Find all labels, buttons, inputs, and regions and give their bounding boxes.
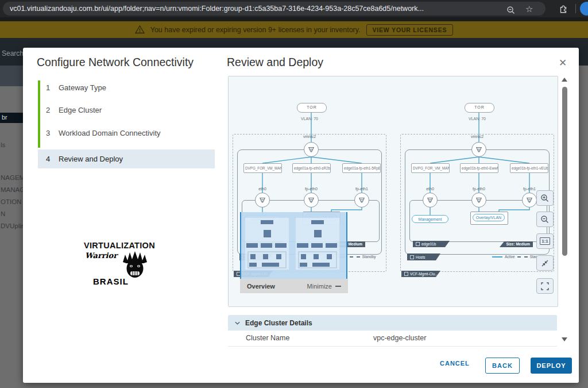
watermark-text: BRASIL [93,276,129,286]
vlan-label: VLAN: 70 [400,117,554,121]
minimize-button[interactable]: Minimize [307,283,341,290]
wizard-step-workload-domain-connectivity[interactable]: 3 Workload Domain Connectivity [46,129,161,137]
step-number: 3 [46,129,51,137]
nic-port-icon [522,193,537,208]
minimize-label: Minimize [307,283,332,290]
address-bar[interactable]: vc01.virtualizandoaju.com.br/ui/app/fold… [3,2,546,16]
tree-item-fragment: MANAG [1,186,23,193]
vmnic-port-icon [471,142,486,157]
tree-item-fragment: NAGEME [1,174,23,181]
deploy-button[interactable]: DEPLOY [531,358,572,374]
cluster-name-value: vpc-edge-cluster [373,334,426,342]
cluster-name: VCF-Mgmt-Clu... [410,272,438,276]
background-search-label: Search [2,49,24,57]
configure-network-connectivity-dialog: Configure Network Connectivity ✕ 1 Gatew… [23,48,579,383]
scrollbar-thumb[interactable] [562,87,567,256]
zoom-in-icon [540,194,550,203]
management-network-pill: Management [412,215,448,223]
zoom-out-button[interactable] [536,212,554,227]
cancel-button[interactable]: CANCEL [440,360,470,367]
view-licenses-button[interactable]: VIEW YOUR LICENSES [366,24,454,36]
watermark-gorilla-image [122,251,148,278]
zoom-out-icon [540,215,550,224]
step-label: Gateway Type [59,83,106,92]
vmnic-port-icon [304,142,319,157]
scroll-down-icon[interactable] [562,337,567,341]
overlay-network-pill: Overlay/VLAN [473,214,505,221]
extensions-icon[interactable] [558,3,568,14]
profile-avatar[interactable] [580,2,588,16]
toolbar-divider [575,4,576,13]
nic-port-icon [471,193,486,208]
host-icon [410,255,414,259]
details-row: Cluster Name vpc-edge-cluster [228,331,557,347]
cluster-name-label: Cluster Name [246,334,289,342]
background-selected-tree-item: br [0,113,23,123]
size-badge: Size: Medium [500,241,533,247]
nic-label: eth0 [413,187,447,191]
hosts-tab: Hosts [407,253,440,260]
edge-node-icon [416,242,420,246]
vmnic-label: vmnic2 [400,135,554,139]
overview-title: Overview [247,283,275,290]
nic-port-icon [255,193,270,208]
portgroup-box: edge01b-fp-eth0-EwwM.. [460,163,498,173]
edge-node-tab: edge01b [413,241,450,247]
actual-size-button[interactable]: 1:1 [536,233,554,249]
vlan-label: VLAN: 70 [233,117,386,121]
tree-item-fragment: DVUplin [1,222,23,229]
overview-minimap[interactable] [240,212,347,279]
close-icon[interactable]: ✕ [559,57,567,69]
portgroup-box: edge01a-fp-eth0-sR2bH.. [292,163,331,173]
tree-item-fragment: N [1,210,23,217]
fit-to-screen-button[interactable] [536,278,554,294]
edge-cluster-details-header[interactable]: Edge Cluster Details [228,315,557,331]
browser-toolbar: vc01.virtualizandoaju.com.br/ui/app/fold… [0,0,588,17]
watermark-text: VIRTUALIZATION [84,241,155,250]
bookmarks-strip [0,17,588,21]
nic-label: fp-eth1 [345,187,379,191]
step-number: 1 [46,83,51,92]
details-title: Edge Cluster Details [245,319,312,327]
wizard-step-edge-cluster[interactable]: 2 Edge Cluster [46,106,102,114]
portgroup-box: edge01a-fp-eth1-5RpENl.. [342,163,381,173]
step-label: Review and Deploy [59,155,123,163]
minimap-page-2 [295,217,340,270]
dimmed-menu-band [0,66,23,86]
standby-line-swatch [350,256,360,258]
overlay-network-box: Overlay/VLAN [470,212,508,225]
zoom-in-button[interactable] [536,190,554,206]
collapse-button[interactable] [536,255,554,271]
step-number: 2 [46,106,51,114]
back-button[interactable]: BACK [485,358,520,374]
nic-label: eth0 [245,187,280,191]
legend-standby-label: Standby [362,255,376,259]
bookmark-star-icon[interactable]: ☆ [525,3,533,16]
host-diagram-edge01b: TOR VLAN: 70 vmnic2 DVPG_FOR_VM_MANA.. e… [400,99,554,283]
step-label: Edge Cluster [59,106,102,114]
portgroup-box: edge01b-fp-eth1-vEUbiYt.. [510,163,548,173]
license-warning-banner: You have expired or expiring version 9+ … [0,21,588,38]
nic-port-icon [304,193,319,208]
collapse-icon [540,259,550,268]
network-topology-preview: TOR VLAN: 70 vmnic2 DVPG_FOR_VM_MANA.. e… [228,76,558,307]
fit-screen-icon [540,282,550,291]
standby-line-swatch [517,256,528,258]
completed-steps-bar [38,80,40,148]
zoom-out-icon[interactable] [506,6,516,15]
nic-label: fp-eth0 [462,187,496,191]
cluster-icon [404,272,408,276]
wizard-step-gateway-type[interactable]: 1 Gateway Type [46,83,106,92]
legend-active-label: Active [505,255,515,259]
tree-item-fragment: OTION [1,198,23,205]
step-label: Workload Domain Connectivity [59,129,161,137]
scroll-up-icon[interactable] [562,78,567,82]
cluster-tab: VCF-Mgmt-Clu... [401,271,440,277]
hosts-label: Hosts [416,255,425,259]
one-to-one-icon: 1:1 [540,237,550,245]
portgroup-box: DVPG_FOR_VM_MANA.. [243,163,282,173]
banner-message: You have expired or expiring version 9+ … [150,26,361,34]
tree-item-fragment: br [2,114,7,121]
wizard-step-review-and-deploy[interactable]: 4 Review and Deploy [46,155,123,163]
url-text[interactable]: vc01.virtualizandoaju.com.br/ui/app/fold… [10,5,481,13]
